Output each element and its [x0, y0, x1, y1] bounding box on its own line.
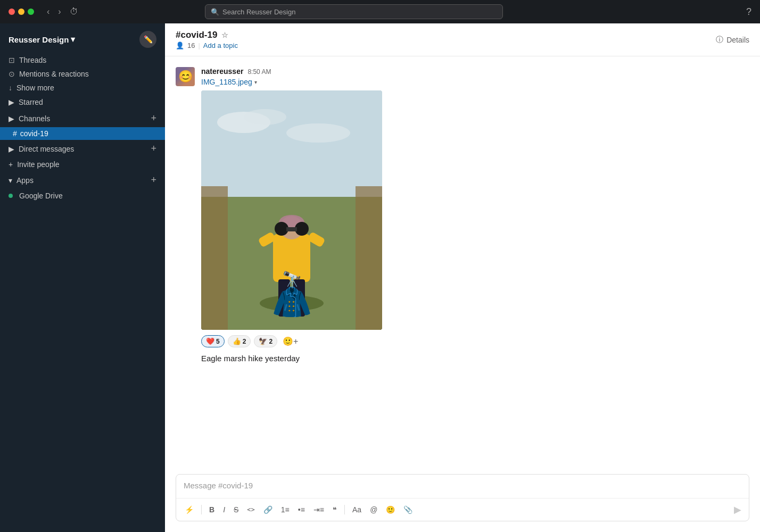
- emoji-button[interactable]: 🙂: [383, 503, 398, 516]
- reactions: ❤️ 5 👍 2 🦅 2 🙂+: [201, 335, 749, 347]
- channel-meta: 👤 16 | Add a topic: [176, 41, 238, 49]
- direct-messages-section[interactable]: ▶ Direct messages +: [0, 140, 165, 157]
- workspace-chevron: ▾: [71, 35, 75, 44]
- input-toolbar: ⚡ B I S <> 🔗 1≡ •≡ ⇥≡ ❝ Aa @ 🙂 📎 ▶: [176, 498, 749, 521]
- add-reaction-button[interactable]: 🙂+: [280, 335, 300, 347]
- messages-area: 😊 natereusser 8:50 AM IMG_1185.jpeg ▾: [165, 56, 760, 474]
- channels-section[interactable]: ▶ Channels +: [0, 110, 165, 127]
- svg-rect-17: [286, 227, 297, 231]
- dm-section-left: ▶ Direct messages: [9, 145, 74, 153]
- svg-rect-5: [201, 186, 228, 330]
- eagle-count: 2: [269, 338, 272, 345]
- mention-button[interactable]: @: [367, 503, 381, 516]
- back-button[interactable]: ‹: [45, 5, 52, 19]
- details-label: Details: [726, 36, 749, 44]
- apps-chevron-icon: ▾: [9, 176, 12, 185]
- message-time: 8:50 AM: [247, 68, 271, 76]
- sidebar-item-mentions[interactable]: ⊙ Mentions & reactions: [0, 67, 165, 81]
- quote-button[interactable]: ❝: [329, 503, 340, 516]
- heart-count: 5: [216, 338, 220, 345]
- add-channel-button[interactable]: +: [151, 113, 156, 124]
- file-dropdown-icon: ▾: [254, 79, 257, 85]
- app-body: Reusser Design ▾ ✏️ ⊡ Threads ⊙ Mentions…: [0, 23, 760, 532]
- fullscreen-button[interactable]: [28, 9, 34, 15]
- thumbsup-emoji: 👍: [233, 337, 241, 345]
- search-icon: 🔍: [211, 8, 219, 16]
- toolbar-divider-2: [344, 505, 345, 514]
- send-button[interactable]: ▶: [732, 502, 744, 518]
- sidebar-item-google-drive[interactable]: Google Drive: [0, 189, 165, 203]
- workspace-header: Reusser Design ▾ ✏️: [0, 23, 165, 53]
- dm-label: Direct messages: [19, 145, 74, 153]
- svg-rect-6: [356, 186, 382, 330]
- members-count: 16: [187, 41, 195, 49]
- unordered-list-button[interactable]: •≡: [295, 503, 308, 516]
- avatar: 😊: [176, 67, 195, 86]
- sidebar: Reusser Design ▾ ✏️ ⊡ Threads ⊙ Mentions…: [0, 23, 165, 532]
- dm-chevron-icon: ▶: [9, 145, 14, 153]
- titlebar: ‹ › ⏱ 🔍 Search Reusser Design ?: [0, 0, 760, 23]
- message-body: natereusser 8:50 AM IMG_1185.jpeg ▾: [201, 67, 749, 365]
- apps-section-left: ▾ Apps: [9, 176, 34, 185]
- main-content: #covid-19 ☆ 👤 16 | Add a topic ⓘ Details…: [165, 23, 760, 532]
- starred-chevron-icon: ▶: [9, 98, 14, 106]
- image-placeholder: 🧥 🔭: [201, 90, 382, 330]
- details-button[interactable]: ⓘ Details: [716, 35, 749, 45]
- mentions-label: Mentions & reactions: [19, 70, 89, 78]
- italic-button[interactable]: I: [220, 503, 228, 516]
- person-figure: 🧥 🔭: [272, 286, 312, 318]
- sidebar-item-threads[interactable]: ⊡ Threads: [0, 53, 165, 67]
- add-topic-link[interactable]: Add a topic: [203, 41, 238, 49]
- workspace-name[interactable]: Reusser Design ▾: [9, 35, 75, 44]
- message-text: Eagle marsh hike yesterday: [201, 353, 749, 365]
- channel-item-covid19[interactable]: # covid-19: [0, 127, 165, 140]
- code-button[interactable]: <>: [244, 504, 258, 516]
- help-button[interactable]: ?: [746, 6, 751, 18]
- channel-title: #covid-19 ☆: [176, 30, 238, 40]
- sidebar-item-invite[interactable]: + Invite people: [0, 157, 165, 171]
- ordered-list-button[interactable]: 1≡: [278, 503, 293, 516]
- thumbsup-count: 2: [243, 338, 246, 345]
- compose-button[interactable]: ✏️: [139, 31, 156, 48]
- forward-button[interactable]: ›: [56, 5, 63, 19]
- close-button[interactable]: [9, 9, 15, 15]
- history-button[interactable]: ⏱: [68, 5, 80, 19]
- avatar-image: 😊: [176, 67, 195, 86]
- navigation-buttons: ‹ › ⏱: [45, 5, 80, 19]
- svg-point-3: [286, 123, 350, 143]
- search-bar[interactable]: 🔍 Search Reusser Design: [205, 4, 503, 19]
- link-button[interactable]: 🔗: [260, 503, 276, 516]
- indent-button[interactable]: ⇥≡: [310, 503, 327, 516]
- invite-label: Invite people: [17, 160, 59, 169]
- minimize-button[interactable]: [18, 9, 24, 15]
- threads-icon: ⊡: [9, 56, 15, 64]
- reaction-heart[interactable]: ❤️ 5: [201, 335, 225, 347]
- svg-point-2: [244, 109, 286, 125]
- reaction-eagle[interactable]: 🦅 2: [254, 335, 277, 347]
- starred-label: Starred: [19, 98, 43, 106]
- message-header: natereusser 8:50 AM: [201, 67, 749, 76]
- attach-button[interactable]: 📎: [400, 503, 416, 516]
- add-app-button[interactable]: +: [151, 174, 156, 186]
- starred-section-left: ▶ Starred: [9, 98, 43, 106]
- font-size-button[interactable]: Aa: [349, 503, 365, 516]
- image-preview[interactable]: 🧥 🔭: [201, 90, 382, 330]
- show-more-icon: ↓: [9, 84, 12, 92]
- sidebar-item-show-more[interactable]: ↓ Show more: [0, 81, 165, 95]
- apps-section[interactable]: ▾ Apps +: [0, 171, 165, 189]
- lightning-button[interactable]: ⚡: [181, 503, 197, 516]
- strikethrough-button[interactable]: S: [230, 503, 242, 516]
- svg-rect-0: [201, 90, 382, 197]
- reaction-thumbsup[interactable]: 👍 2: [228, 335, 251, 347]
- message-input[interactable]: Message #covid-19: [176, 475, 749, 498]
- add-dm-button[interactable]: +: [151, 143, 156, 154]
- search-placeholder: Search Reusser Design: [222, 8, 295, 16]
- file-name[interactable]: IMG_1185.jpeg ▾: [201, 78, 749, 86]
- bold-button[interactable]: B: [206, 503, 218, 516]
- info-icon: ⓘ: [716, 35, 723, 45]
- meta-divider: |: [198, 41, 200, 49]
- star-channel-icon[interactable]: ☆: [221, 31, 228, 39]
- starred-section[interactable]: ▶ Starred: [0, 95, 165, 110]
- message-author: natereusser: [201, 67, 243, 76]
- channels-section-left: ▶ Channels: [9, 114, 50, 123]
